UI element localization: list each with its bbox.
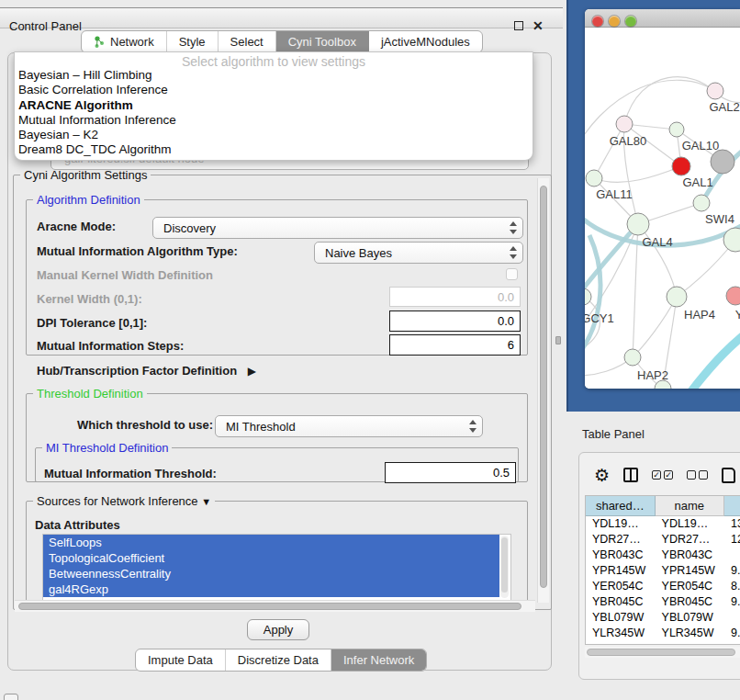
network-node-gal1[interactable]: [672, 157, 690, 175]
table-horizontal-scrollbar[interactable]: [585, 647, 740, 658]
algorithm-option[interactable]: ARACNE Algorithm: [15, 98, 533, 113]
export-table-icon[interactable]: [722, 468, 735, 483]
network-edge: [688, 324, 740, 389]
node-label: GAL10: [682, 139, 719, 152]
network-node-gal2[interactable]: [707, 83, 723, 99]
table-row[interactable]: YDL19…YDL19…13: [586, 516, 740, 532]
network-node-hap4[interactable]: [667, 287, 687, 307]
attribute-item-selected[interactable]: gal4RGexp: [43, 581, 499, 597]
tab-label: Style: [179, 35, 206, 49]
network-node-swi4[interactable]: [693, 195, 710, 211]
tab-jactivemnodules[interactable]: jActiveMNodules: [369, 31, 482, 52]
aracne-mode-value: Discovery: [163, 221, 216, 235]
network-edge: [594, 166, 681, 182]
table-cell: YPR145W: [586, 563, 656, 579]
table-row[interactable]: YPR145WYPR145W9.: [586, 563, 740, 579]
table-row[interactable]: YBL079WYBL079W: [586, 610, 740, 626]
control-panel-tab-bar: NetworkStyleSelectCyni ToolboxjActiveMNo…: [81, 30, 483, 53]
tab-network[interactable]: Network: [82, 31, 167, 52]
network-window[interactable]: GAL2GAL80GAL10GAL1GAL11SWI4GAL4GCY1HAP4Y…: [585, 9, 740, 389]
tab-discretize-data[interactable]: Discretize Data: [226, 649, 331, 671]
table-row[interactable]: YIL052CYIL052C9: [586, 641, 740, 645]
table-row[interactable]: YDR27…YDR27…12: [586, 532, 740, 548]
network-node-gal11[interactable]: [586, 170, 602, 186]
table-row[interactable]: YBR045CYBR045C9.: [586, 594, 740, 610]
algorithm-option[interactable]: Bayesian – Hill Climbing: [15, 68, 533, 83]
table-cell: [724, 548, 740, 563]
float-window-icon[interactable]: [514, 21, 523, 30]
network-node[interactable]: [711, 150, 734, 174]
node-label: GCY1: [585, 311, 614, 325]
tab-impute-data[interactable]: Impute Data: [136, 649, 226, 671]
table-cell: YBR043C: [656, 548, 725, 563]
table-row[interactable]: YBR043CYBR043C: [586, 548, 740, 563]
settings-vertical-scrollbar[interactable]: [537, 178, 549, 603]
which-threshold-select[interactable]: MI Threshold: [215, 415, 483, 437]
dock-panel-icon[interactable]: [4, 694, 18, 700]
attribute-item-selected[interactable]: BetweennessCentrality: [43, 566, 499, 581]
tab-select[interactable]: Select: [219, 31, 276, 52]
select-all-columns-icon[interactable]: ✓✓: [652, 470, 673, 480]
zoom-traffic-light[interactable]: [625, 16, 636, 27]
attribute-list-scrollbar[interactable]: [500, 536, 509, 598]
mi-algorithm-type-select[interactable]: Naive Bayes: [314, 242, 523, 264]
dpi-tolerance-field[interactable]: 0.0: [389, 310, 521, 332]
table-cell: YIL052C: [656, 641, 725, 645]
attribute-item-selected[interactable]: TopologicalCoefficient: [43, 550, 499, 566]
deselect-all-columns-icon[interactable]: [687, 470, 708, 480]
aracne-mode-select[interactable]: Discovery: [152, 217, 523, 239]
network-node-hap2[interactable]: [624, 349, 641, 366]
data-attributes-list[interactable]: SelfLoopsTopologicalCoefficientBetweenne…: [42, 534, 511, 601]
sources-group-title[interactable]: Sources for Network Inference ▼: [33, 494, 215, 508]
network-node-y[interactable]: [726, 287, 740, 305]
node-label: GAL11: [596, 187, 633, 201]
stepper-arrows-icon: [468, 420, 477, 433]
control-panel-titlebar: Control Panel ✕: [0, 7, 563, 28]
network-node-gal80[interactable]: [616, 116, 633, 132]
node-label: Y: [735, 308, 740, 322]
mi-steps-field[interactable]: 6: [389, 334, 521, 356]
which-threshold-label: Which threshold to use:: [77, 418, 213, 432]
column-header-name[interactable]: name: [656, 496, 725, 516]
tab-label: jActiveMNodules: [381, 35, 470, 49]
network-canvas[interactable]: GAL2GAL80GAL10GAL1GAL11SWI4GAL4GCY1HAP4Y…: [585, 28, 740, 389]
tab-cyni-toolbox[interactable]: Cyni Toolbox: [276, 31, 369, 52]
table-row[interactable]: YER054CYER054C8.: [586, 579, 740, 594]
algorithm-option[interactable]: Dream8 DC_TDC Algorithm: [15, 142, 533, 157]
network-node-gal10[interactable]: [669, 122, 684, 137]
table-row[interactable]: YLR345WYLR345W9.: [586, 626, 740, 641]
sources-title-text: Sources for Network Inference: [37, 494, 198, 508]
close-traffic-light[interactable]: [592, 16, 603, 27]
node-table[interactable]: shared…name YDL19…YDL19…13YDR27…YDR27…12…: [585, 495, 740, 645]
algorithm-dropdown-popup: Select algorithm to view settings Bayesi…: [14, 51, 533, 161]
table-cell: [724, 610, 740, 626]
gear-icon[interactable]: ⚙: [594, 465, 610, 486]
node-label: HAP4: [684, 308, 715, 322]
columns-icon[interactable]: [623, 468, 638, 482]
tab-infer-network[interactable]: Infer Network: [331, 649, 426, 671]
panel-splitter[interactable]: [555, 336, 561, 344]
tab-style[interactable]: Style: [167, 31, 219, 52]
close-icon[interactable]: ✕: [533, 18, 544, 33]
network-node-gal4[interactable]: [627, 213, 649, 235]
table-cell: YDL19…: [656, 516, 725, 532]
settings-horizontal-scrollbar[interactable]: [15, 600, 535, 612]
hub-definition-toggle[interactable]: Hub/Transcription Factor Definition ▶: [37, 364, 256, 378]
minimize-traffic-light[interactable]: [609, 16, 620, 27]
attribute-item-selected[interactable]: SelfLoops: [43, 535, 499, 550]
network-window-titlebar[interactable]: [585, 9, 740, 28]
apply-button[interactable]: Apply: [247, 619, 309, 640]
kernel-width-field[interactable]: 0.0: [389, 287, 521, 307]
cyni-settings-group-title: Cyni Algorithm Settings: [20, 168, 151, 182]
table-cell: 12: [724, 532, 740, 548]
tab-label: Cyni Toolbox: [288, 35, 356, 49]
column-header-shared[interactable]: shared…: [586, 496, 656, 516]
manual-kernel-checkbox[interactable]: [506, 268, 518, 280]
column-header[interactable]: [724, 496, 740, 516]
algorithm-option[interactable]: Bayesian – K2: [15, 128, 533, 142]
table-cell: YBR045C: [656, 594, 725, 610]
algorithm-option[interactable]: Basic Correlation Inference: [15, 83, 533, 97]
algorithm-option[interactable]: Mutual Information Inference: [15, 113, 533, 128]
tab-label: Select: [230, 35, 263, 49]
mi-threshold-field[interactable]: 0.5: [385, 462, 516, 483]
